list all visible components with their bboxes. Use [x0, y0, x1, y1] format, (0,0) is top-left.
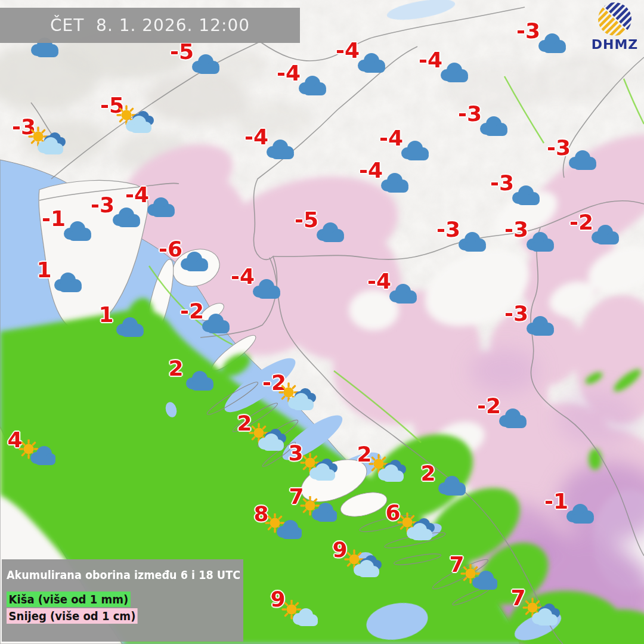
cloud-icon: [477, 116, 510, 137]
dhmz-logo-text: DHMZ: [587, 37, 642, 52]
sun-cloud-icon: [27, 126, 67, 155]
cloud-icon: [438, 62, 471, 83]
sun-cloud-icon: [278, 382, 317, 411]
sun-cloud-icon: [343, 549, 383, 578]
sun-cloud-dark-icon: [300, 496, 337, 524]
legend-title: Akumulirana oborina između 6 i 18 UTC: [7, 568, 210, 582]
temperature-label: 2: [420, 461, 435, 485]
weather-map-app: -5 -4 -4 -3 -5: [0, 0, 644, 644]
cloud-icon: [496, 408, 530, 429]
temperature-label: 1: [98, 302, 113, 327]
stations-layer: -5 -4 -4 -3 -5: [0, 0, 644, 644]
cloud-icon: [564, 503, 597, 525]
cloud-icon: [199, 313, 233, 335]
sun-cloud-icon: [522, 597, 561, 626]
sun-cloud-light-icon: [281, 600, 318, 627]
cloud-icon: [110, 207, 143, 228]
cloud-icon: [566, 150, 599, 171]
sun-cloud-icon: [116, 105, 155, 134]
temperature-label: 1: [36, 258, 51, 282]
cloud-icon: [355, 52, 388, 74]
sun-cloud-icon: [397, 512, 436, 541]
cloud-icon: [524, 315, 557, 337]
sun-cloud-icon: [368, 454, 407, 482]
cloud-icon: [456, 231, 489, 253]
legend-rain: Kiša (više od 1 mm): [7, 592, 131, 607]
datetime-header: ČET 8. 1. 2026. 12:00: [0, 8, 300, 43]
cloud-icon: [296, 75, 329, 97]
cloud-icon: [589, 224, 622, 246]
cloud-icon: [178, 251, 211, 273]
cloud-icon: [61, 221, 94, 242]
sun-cloud-dark-icon: [265, 513, 302, 541]
cloud-icon: [524, 231, 557, 253]
cloud-icon: [250, 278, 283, 300]
sun-cloud-dark-icon: [460, 564, 497, 592]
sun-cloud-dark-icon: [18, 439, 55, 467]
cloud-icon: [535, 33, 569, 54]
cloud-icon: [144, 197, 178, 218]
dhmz-logo: DHMZ: [587, 1, 642, 56]
sun-cloud-icon: [248, 423, 287, 451]
cloud-icon: [378, 172, 411, 194]
cloud-icon: [509, 185, 543, 206]
cloud-icon: [386, 283, 420, 305]
cloud-icon: [398, 140, 432, 162]
sun-cloud-icon: [299, 453, 339, 481]
temperature-label: 2: [168, 356, 183, 380]
cloud-icon: [435, 475, 469, 497]
cloud-icon: [183, 370, 216, 392]
datetime-label: ČET 8. 1. 2026. 12:00: [50, 16, 250, 35]
cloud-icon: [113, 317, 147, 338]
cloud-icon: [189, 54, 222, 75]
cloud-icon: [264, 139, 297, 160]
legend-snow: Snijeg (više od 1 cm): [7, 608, 138, 624]
precipitation-legend: Akumulirana oborina između 6 i 18 UTC Ki…: [2, 559, 243, 642]
cloud-icon: [51, 272, 85, 293]
cloud-icon: [314, 222, 347, 243]
dhmz-globe-icon: [597, 1, 633, 37]
